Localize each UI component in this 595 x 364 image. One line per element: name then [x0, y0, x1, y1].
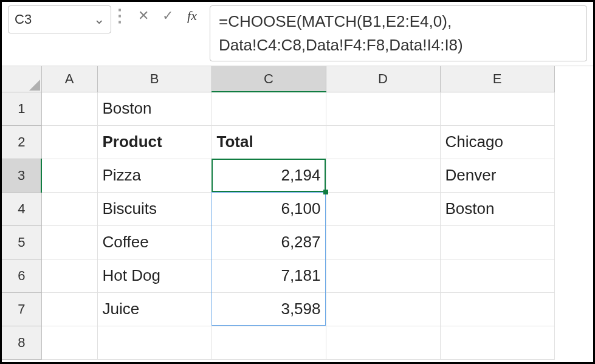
cell-E8[interactable] — [440, 326, 554, 359]
cell-C6[interactable]: 7,181 — [212, 259, 326, 292]
formula-input[interactable]: =CHOOSE(MATCH(B1,E2:E4,0), Data!C4:C8,Da… — [210, 5, 587, 61]
enter-button[interactable]: ✓ — [160, 8, 176, 24]
worksheet[interactable]: A B C D E 1 Boston 2 Product Total Chica… — [2, 66, 593, 360]
name-box[interactable]: C3 ⌄ — [8, 5, 111, 33]
cell-A7[interactable] — [41, 292, 97, 326]
formula-bar-separator: ⋮ — [111, 5, 128, 26]
cell-A3[interactable] — [41, 159, 97, 192]
fill-handle[interactable] — [323, 190, 328, 194]
cell-E7[interactable] — [440, 292, 554, 326]
cell-B4[interactable]: Biscuits — [97, 192, 212, 225]
cell-D2[interactable] — [326, 125, 440, 159]
col-header-B[interactable]: B — [97, 66, 212, 92]
cell-E6[interactable] — [440, 259, 554, 292]
cell-A1[interactable] — [41, 92, 97, 125]
cell-D3[interactable] — [326, 159, 440, 192]
cell-B2[interactable]: Product — [97, 125, 212, 159]
cell-B8[interactable] — [97, 326, 212, 359]
cell-A6[interactable] — [41, 259, 97, 292]
cell-C3[interactable]: 2,194 — [212, 159, 326, 192]
col-header-D[interactable]: D — [326, 66, 440, 92]
cell-A5[interactable] — [41, 225, 97, 259]
cell-D6[interactable] — [326, 259, 440, 292]
cell-C2[interactable]: Total — [212, 125, 326, 159]
row-header-7[interactable]: 7 — [2, 292, 41, 326]
cell-D5[interactable] — [326, 225, 440, 259]
formula-bar: C3 ⌄ ⋮ ✕ ✓ fx =CHOOSE(MATCH(B1,E2:E4,0),… — [2, 2, 593, 66]
name-box-dropdown-icon[interactable]: ⌄ — [94, 12, 105, 27]
cell-C1[interactable] — [212, 92, 326, 125]
formula-bar-buttons: ✕ ✓ fx — [136, 8, 200, 24]
name-box-value: C3 — [15, 12, 32, 27]
cell-D4[interactable] — [326, 192, 440, 225]
row-header-5[interactable]: 5 — [2, 225, 41, 259]
cell-E1[interactable] — [440, 92, 554, 125]
col-header-C[interactable]: C — [212, 66, 326, 92]
cell-C4[interactable]: 6,100 — [212, 192, 326, 225]
cell-E4[interactable]: Boston — [440, 192, 554, 225]
cell-B5[interactable]: Coffee — [97, 225, 212, 259]
cell-A4[interactable] — [41, 192, 97, 225]
col-header-E[interactable]: E — [440, 66, 554, 92]
cell-B7[interactable]: Juice — [97, 292, 212, 326]
cancel-button[interactable]: ✕ — [136, 8, 151, 24]
cell-C8[interactable] — [212, 326, 326, 359]
cell-E5[interactable] — [440, 225, 554, 259]
row-header-4[interactable]: 4 — [2, 192, 41, 225]
cell-C7[interactable]: 3,598 — [212, 292, 326, 326]
cell-B1[interactable]: Boston — [97, 92, 212, 125]
select-all-corner[interactable] — [2, 66, 41, 92]
cell-E2[interactable]: Chicago — [440, 125, 554, 159]
row-header-3[interactable]: 3 — [2, 159, 41, 192]
cell-D7[interactable] — [326, 292, 440, 326]
row-header-6[interactable]: 6 — [2, 259, 41, 292]
insert-function-button[interactable]: fx — [184, 8, 200, 24]
row-header-2[interactable]: 2 — [2, 125, 41, 159]
cell-B3[interactable]: Pizza — [97, 159, 212, 192]
cell-D1[interactable] — [326, 92, 440, 125]
cell-C5[interactable]: 6,287 — [212, 225, 326, 259]
cell-A8[interactable] — [41, 326, 97, 359]
row-header-1[interactable]: 1 — [2, 92, 41, 125]
row-header-8[interactable]: 8 — [2, 326, 41, 359]
cell-A2[interactable] — [41, 125, 97, 159]
cell-B6[interactable]: Hot Dog — [97, 259, 212, 292]
col-header-A[interactable]: A — [41, 66, 97, 92]
cell-E3[interactable]: Denver — [440, 159, 554, 192]
cell-D8[interactable] — [326, 326, 440, 359]
